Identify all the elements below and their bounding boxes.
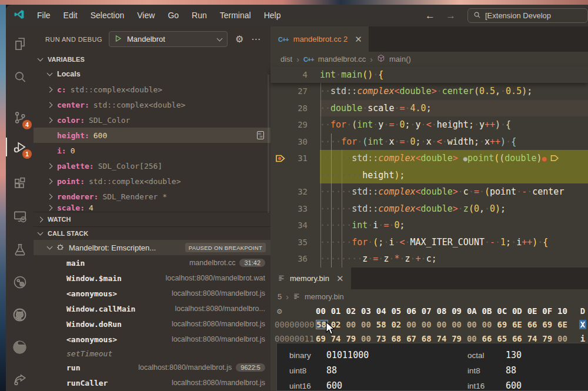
close-icon[interactable]: ✕ bbox=[355, 34, 362, 45]
chevron-right-icon[interactable] bbox=[47, 102, 53, 108]
gutter-line-number[interactable]: 28 bbox=[270, 100, 320, 117]
hex-byte[interactable]: 67 bbox=[406, 334, 422, 343]
hex-byte[interactable]: 74 bbox=[437, 334, 452, 343]
variable-row-point[interactable]: point:std::complex<double> bbox=[34, 173, 270, 189]
code-editor[interactable]: 27··std::complex<double>·center(0.5,·0.5… bbox=[270, 83, 588, 268]
decoded-char[interactable]: X bbox=[579, 320, 586, 329]
hex-byte[interactable]: 6E bbox=[557, 320, 573, 329]
activity-bar-item-explorer[interactable] bbox=[6, 31, 34, 57]
menu-selection[interactable]: Selection bbox=[84, 5, 131, 26]
menu-view[interactable]: View bbox=[131, 5, 161, 26]
gutter-line-number[interactable]: 32 bbox=[270, 183, 320, 200]
activity-bar-item-live-share[interactable] bbox=[6, 269, 34, 295]
variable-row-c[interactable]: c:std::complex<double> bbox=[34, 82, 270, 97]
gutter-line-number[interactable] bbox=[270, 167, 320, 184]
hex-byte[interactable]: 00 bbox=[467, 320, 482, 329]
chevron-right-icon[interactable] bbox=[47, 193, 53, 199]
code-line-35[interactable]: 35······for·(;·i·<·MAX_ITER_COUNT·-·1;·i… bbox=[270, 234, 588, 251]
menu-run[interactable]: Run bbox=[185, 5, 213, 26]
code-line-28[interactable]: 28··double·scale·=·4.0; bbox=[270, 100, 588, 117]
variable-row-renderer[interactable]: renderer:SDL_Renderer * bbox=[34, 189, 270, 204]
gutter-line-number[interactable]: 35 bbox=[270, 234, 320, 251]
activity-bar-item-remote-explorer[interactable] bbox=[6, 203, 34, 229]
hex-byte[interactable]: 79 bbox=[452, 334, 467, 343]
activity-bar-item-source-control[interactable]: 4 bbox=[6, 105, 34, 131]
hex-byte[interactable]: 58 bbox=[316, 320, 328, 329]
breadcrumb[interactable]: dist › C++ mandelbrot.cc › main() bbox=[270, 52, 588, 66]
menu-go[interactable]: Go bbox=[161, 5, 185, 26]
nav-forward-icon[interactable]: → bbox=[446, 10, 456, 22]
menu-edit[interactable]: Edit bbox=[57, 5, 84, 26]
stack-frame-row[interactable]: runlocalhost:8080/mandelbrot.js9622:5 bbox=[34, 360, 270, 375]
stack-frame-row[interactable]: Window.$mainlocalhost:8080/mandelbrot.wa… bbox=[34, 270, 270, 286]
hex-settings-gear-icon[interactable]: ⚙ bbox=[270, 306, 316, 316]
menu-file[interactable]: File bbox=[31, 5, 57, 26]
call-stack-section-header[interactable]: CALL STACK bbox=[34, 226, 270, 240]
chevron-right-icon[interactable] bbox=[47, 86, 53, 92]
stack-frame-row[interactable]: <anonymous>localhost:8080/mandelbrot.js bbox=[34, 332, 270, 347]
gutter-line-number[interactable]: 30 bbox=[270, 133, 320, 151]
sticky-scroll-line[interactable]: 4int·main()·{ bbox=[270, 66, 588, 83]
locals-scope-row[interactable]: Locals bbox=[34, 66, 270, 82]
gutter-line-number[interactable]: 4 bbox=[270, 66, 320, 83]
launch-config-dropdown[interactable]: Mandelbrot bbox=[109, 31, 228, 47]
code-line-29[interactable]: 29··for·(int·y·=·0;·y·<·height;·y++)·{ bbox=[270, 116, 588, 133]
debug-session-row[interactable]: Mandelbrot: Emscripten... PAUSED ON BREA… bbox=[34, 240, 270, 255]
hex-byte[interactable]: 00 bbox=[406, 320, 422, 329]
variable-row-center[interactable]: center:std::complex<double> bbox=[34, 97, 270, 112]
hex-byte[interactable]: 68 bbox=[422, 334, 437, 343]
hex-byte[interactable]: 00 bbox=[467, 334, 482, 343]
hex-byte[interactable]: 00 bbox=[437, 320, 452, 329]
code-line-31[interactable]: 31······std::complex<double>·●point((dou… bbox=[270, 150, 588, 167]
chevron-right-icon[interactable] bbox=[47, 163, 53, 169]
activity-bar-item-browser-preview[interactable] bbox=[6, 334, 34, 360]
code-line-36[interactable]: 36········z·=·z·*·z·+·c; bbox=[270, 250, 588, 268]
code-line-34[interactable]: 34······int·i·=·0; bbox=[270, 217, 588, 234]
chevron-right-icon[interactable] bbox=[47, 117, 53, 123]
hex-byte[interactable]: 79 bbox=[346, 334, 361, 343]
more-actions-icon[interactable]: ⋯ bbox=[251, 34, 260, 45]
hex-byte[interactable]: 00 bbox=[346, 320, 361, 329]
hex-byte[interactable]: 73 bbox=[376, 334, 392, 343]
panel-breadcrumb[interactable]: 5 › memory.bin bbox=[270, 289, 588, 304]
gutter-line-number[interactable]: 34 bbox=[270, 217, 320, 234]
breadcrumb-symbol[interactable]: main() bbox=[389, 55, 411, 64]
stack-frame-row[interactable]: Window.callMainlocalhost:8080/mandelbro.… bbox=[34, 301, 270, 316]
menu-help[interactable]: Help bbox=[258, 5, 288, 26]
variable-row-palette[interactable]: palette:SDL_Color[256] bbox=[34, 158, 270, 173]
command-center-search[interactable]: [Extension Develop bbox=[467, 8, 588, 23]
hex-byte[interactable]: 02 bbox=[391, 320, 406, 329]
activity-bar-item-share[interactable] bbox=[6, 366, 34, 391]
variable-row-scale[interactable]: scale:4 bbox=[34, 204, 270, 212]
hex-byte[interactable]: 00 bbox=[422, 320, 437, 329]
sidebar-scrollbar[interactable] bbox=[268, 75, 269, 213]
decoded-char[interactable]: i bbox=[580, 334, 585, 343]
hex-byte[interactable]: 74 bbox=[331, 334, 346, 343]
gear-icon[interactable]: ⚙ bbox=[235, 34, 243, 45]
sticky-line[interactable]: 4int·main()·{ bbox=[270, 66, 588, 83]
hex-byte[interactable]: 6E bbox=[512, 320, 527, 329]
menu-terminal[interactable]: Terminal bbox=[213, 5, 258, 26]
hex-byte[interactable]: 66 bbox=[482, 334, 497, 343]
tab-memory-bin[interactable]: memory.bin ✕ bbox=[270, 268, 351, 289]
stack-frame-row[interactable]: setTimeout bbox=[34, 347, 270, 360]
hex-byte[interactable]: 00 bbox=[482, 320, 497, 329]
code-line-32[interactable]: 32······std::complex<double>·c·=·(point·… bbox=[270, 183, 588, 200]
breadcrumb-file[interactable]: mandelbrot.cc bbox=[318, 55, 366, 64]
hex-byte[interactable]: 69 bbox=[542, 320, 557, 329]
stack-frame-row[interactable]: mainmandelbrot.cc31:42 bbox=[34, 255, 270, 270]
code-line-33[interactable]: 33······std::complex<double>·z(0,·0); bbox=[270, 200, 588, 218]
hex-byte[interactable]: 02 bbox=[331, 320, 346, 329]
hex-byte[interactable]: 69 bbox=[316, 334, 331, 343]
activity-bar-item-testing[interactable] bbox=[6, 237, 34, 263]
gutter-line-number[interactable]: 33 bbox=[270, 200, 320, 218]
hex-byte[interactable]: 00 bbox=[557, 334, 573, 343]
variable-row-height[interactable]: height:6000110 bbox=[34, 128, 270, 143]
hex-byte[interactable]: 74 bbox=[527, 334, 543, 343]
activity-bar-item-github[interactable] bbox=[6, 302, 34, 327]
hex-byte[interactable]: 00 bbox=[361, 334, 376, 343]
hex-byte[interactable]: 66 bbox=[512, 334, 527, 343]
watch-section-header[interactable]: WATCH bbox=[34, 212, 270, 226]
view-binary-icon[interactable]: 0110 bbox=[256, 131, 265, 142]
variables-section-header[interactable]: VARIABLES bbox=[34, 52, 270, 66]
